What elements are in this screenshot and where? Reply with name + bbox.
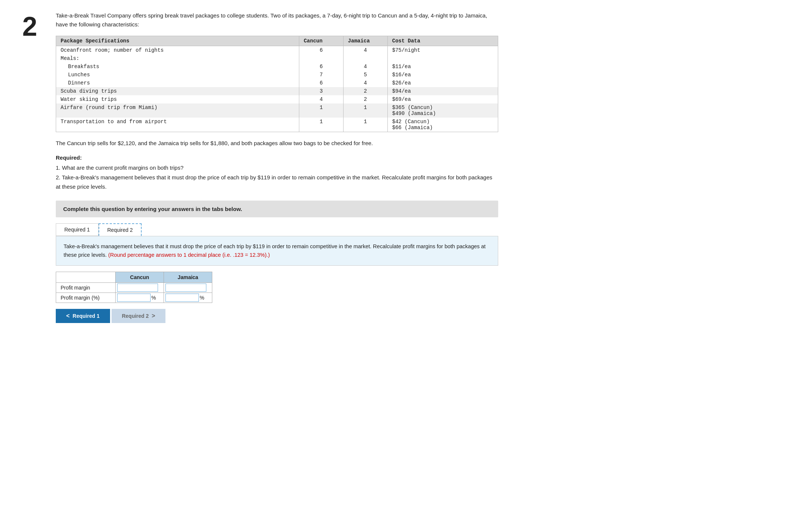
answer-table-row: Profit margin bbox=[56, 282, 212, 293]
row-cancun: 1 bbox=[299, 103, 343, 118]
row-jamaica: 2 bbox=[343, 95, 387, 103]
tab-required-2[interactable]: Required 2 bbox=[99, 223, 142, 236]
required-header: Required: bbox=[56, 154, 498, 161]
row-cancun: 4 bbox=[299, 95, 343, 103]
row-cancun: 6 bbox=[299, 79, 343, 87]
required-item: 1. What are the current profit margins o… bbox=[56, 163, 498, 173]
row-label: Dinners bbox=[56, 79, 299, 87]
row-label: Oceanfront room; number of nights bbox=[56, 46, 299, 55]
row-cost: $75/night bbox=[387, 46, 498, 55]
table-header-cost: Cost Data bbox=[387, 36, 498, 46]
tab-required-1[interactable]: Required 1 bbox=[56, 223, 99, 236]
row-cost: $11/ea bbox=[387, 63, 498, 71]
row-cancun bbox=[299, 54, 343, 63]
jamaica-pct-symbol: % bbox=[200, 295, 204, 301]
row-label: Transportation to and from airport bbox=[56, 118, 299, 132]
answer-table-jamaica-header: Jamaica bbox=[164, 272, 212, 282]
prev-label: Required 1 bbox=[72, 313, 99, 319]
answer-table-row: Profit margin (%)%% bbox=[56, 293, 212, 303]
prev-arrow: < bbox=[66, 313, 70, 319]
row-cost: $16/ea bbox=[387, 71, 498, 79]
answer-table: Cancun Jamaica Profit marginProfit margi… bbox=[56, 272, 212, 303]
table-row: Oceanfront room; number of nights64$75/n… bbox=[56, 46, 498, 55]
row-cancun: 7 bbox=[299, 71, 343, 79]
answer-table-wrapper: Cancun Jamaica Profit marginProfit margi… bbox=[56, 272, 498, 303]
answer-cancun-cell[interactable] bbox=[116, 282, 164, 293]
answer-jamaica-cell[interactable] bbox=[164, 282, 212, 293]
table-row: Water skiing trips42$69/ea bbox=[56, 95, 498, 103]
table-row: Transportation to and from airport11$42 … bbox=[56, 118, 498, 132]
row-jamaica bbox=[343, 54, 387, 63]
tabs-row: Required 1Required 2 bbox=[56, 223, 498, 236]
table-row: Meals: bbox=[56, 54, 498, 63]
row-label: Scuba diving trips bbox=[56, 87, 299, 95]
intro-text: Take-a-Break Travel Company offers sprin… bbox=[56, 11, 498, 29]
required-list: 1. What are the current profit margins o… bbox=[56, 163, 498, 192]
row-jamaica: 1 bbox=[343, 103, 387, 118]
cancun-pct-input[interactable] bbox=[117, 294, 151, 302]
required-item: 2. Take-a-Break's management believes th… bbox=[56, 173, 498, 192]
table-row: Lunches75$16/ea bbox=[56, 71, 498, 79]
row-label: Meals: bbox=[56, 54, 299, 63]
row-cost: $42 (Cancun)$66 (Jamaica) bbox=[387, 118, 498, 132]
complete-box-text: Complete this question by entering your … bbox=[63, 206, 242, 212]
row-cancun: 6 bbox=[299, 46, 343, 55]
answer-row-label: Profit margin (%) bbox=[56, 293, 116, 303]
row-jamaica: 5 bbox=[343, 71, 387, 79]
row-label: Lunches bbox=[56, 71, 299, 79]
tab-content: Take-a-Break's management believes that … bbox=[56, 236, 498, 266]
specs-table: Package Specifications Cancun Jamaica Co… bbox=[56, 36, 498, 132]
row-jamaica: 4 bbox=[343, 46, 387, 55]
table-header-jamaica: Jamaica bbox=[343, 36, 387, 46]
row-label: Airfare (round trip from Miami) bbox=[56, 103, 299, 118]
next-arrow: > bbox=[152, 313, 155, 319]
cancun-value-input[interactable] bbox=[117, 284, 158, 292]
row-cost: $69/ea bbox=[387, 95, 498, 103]
jamaica-value-input[interactable] bbox=[165, 284, 206, 292]
row-cost: $26/ea bbox=[387, 79, 498, 87]
row-cost: $365 (Cancun)$490 (Jamaica) bbox=[387, 103, 498, 118]
row-cancun: 6 bbox=[299, 63, 343, 71]
answer-jamaica-cell[interactable]: % bbox=[164, 293, 212, 303]
table-row: Airfare (round trip from Miami)11$365 (C… bbox=[56, 103, 498, 118]
row-jamaica: 4 bbox=[343, 79, 387, 87]
jamaica-pct-input[interactable] bbox=[165, 294, 199, 302]
table-row: Dinners64$26/ea bbox=[56, 79, 498, 87]
next-label: Required 2 bbox=[122, 313, 149, 319]
selling-text: The Cancun trip sells for $2,120, and th… bbox=[56, 139, 498, 148]
table-header-spec: Package Specifications bbox=[56, 36, 299, 46]
table-row: Breakfasts64$11/ea bbox=[56, 63, 498, 71]
row-cost: $94/ea bbox=[387, 87, 498, 95]
answer-table-empty-header bbox=[56, 272, 116, 282]
answer-row-label: Profit margin bbox=[56, 282, 116, 293]
row-label: Breakfasts bbox=[56, 63, 299, 71]
prev-button[interactable]: < Required 1 bbox=[56, 309, 110, 323]
cancun-pct-symbol: % bbox=[151, 295, 156, 301]
row-jamaica: 2 bbox=[343, 87, 387, 95]
next-button[interactable]: Required 2 > bbox=[112, 309, 166, 323]
question-number: 2 bbox=[15, 11, 45, 323]
row-cancun: 3 bbox=[299, 87, 343, 95]
row-cancun: 1 bbox=[299, 118, 343, 132]
required-section: Required: 1. What are the current profit… bbox=[56, 154, 498, 192]
row-label: Water skiing trips bbox=[56, 95, 299, 103]
tab-red-note: (Round percentage answers to 1 decimal p… bbox=[108, 252, 270, 258]
complete-box: Complete this question by entering your … bbox=[56, 201, 498, 217]
answer-table-cancun-header: Cancun bbox=[116, 272, 164, 282]
table-row: Scuba diving trips32$94/ea bbox=[56, 87, 498, 95]
nav-buttons: < Required 1 Required 2 > bbox=[56, 309, 498, 323]
row-jamaica: 4 bbox=[343, 63, 387, 71]
row-jamaica: 1 bbox=[343, 118, 387, 132]
table-header-cancun: Cancun bbox=[299, 36, 343, 46]
answer-cancun-cell[interactable]: % bbox=[116, 293, 164, 303]
row-cost bbox=[387, 54, 498, 63]
